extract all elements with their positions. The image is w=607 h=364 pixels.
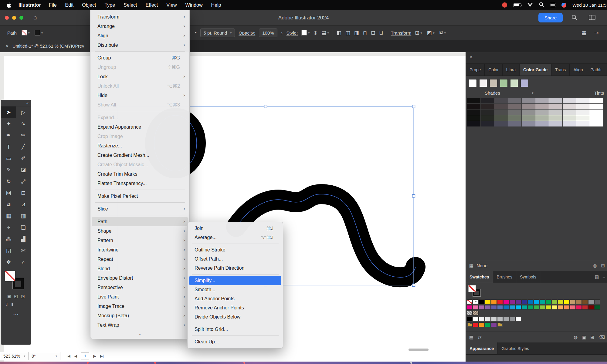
swatch[interactable] xyxy=(491,305,497,310)
color-guide-swatch[interactable] xyxy=(467,110,480,115)
collapse-panel-icon[interactable]: « xyxy=(26,101,29,105)
chevron-down-icon[interactable]: ▾ xyxy=(532,91,534,95)
menu-item[interactable]: Create Trim Marks xyxy=(92,169,188,179)
menu-item[interactable]: Outline Stroke xyxy=(189,245,281,254)
limit-colors-icon[interactable]: ◍ xyxy=(593,263,597,268)
search-icon[interactable] xyxy=(571,15,577,22)
rotation-control[interactable]: 0° ▾ xyxy=(28,352,60,360)
pathfinder-icon[interactable]: ◩ ▾ xyxy=(427,30,435,36)
menu-item[interactable]: Reverse Path Direction xyxy=(189,264,281,273)
swatch[interactable] xyxy=(570,305,576,310)
menu-item[interactable] xyxy=(95,111,185,111)
color-guide-swatch[interactable] xyxy=(576,98,590,103)
menu-item[interactable]: Unlock All ⌥⌘2 xyxy=(92,81,188,91)
color-guide-swatch[interactable] xyxy=(481,104,494,109)
color-guide-swatch[interactable] xyxy=(563,104,576,109)
color-guide-swatch[interactable] xyxy=(535,104,549,109)
swatch[interactable] xyxy=(497,305,503,310)
menu-item[interactable] xyxy=(192,244,279,244)
menu-item[interactable]: Align xyxy=(92,31,188,40)
fill-color-control[interactable]: ▾ xyxy=(22,30,30,35)
swatch[interactable] xyxy=(479,299,485,304)
color-guide-swatch[interactable] xyxy=(494,104,508,109)
menu-item-simplify[interactable]: Simplify... xyxy=(189,276,281,285)
swatch[interactable] xyxy=(473,305,479,310)
workspace-grid-icon[interactable]: ▦ xyxy=(582,30,586,36)
swatch[interactable] xyxy=(485,317,491,321)
type-tool[interactable]: T xyxy=(1,141,16,153)
color-guide-swatch[interactable] xyxy=(508,121,521,126)
swatch[interactable] xyxy=(491,299,497,304)
swatch[interactable] xyxy=(485,322,491,327)
swatch[interactable] xyxy=(467,305,473,310)
color-guide-swatch[interactable] xyxy=(522,98,535,103)
swatch[interactable] xyxy=(521,299,527,304)
swatch[interactable] xyxy=(473,317,479,321)
panel-tab[interactable]: Pathfi xyxy=(587,64,605,76)
swatch[interactable] xyxy=(594,305,600,310)
panel-tab[interactable]: Color Guide xyxy=(520,64,551,76)
swatch[interactable] xyxy=(485,305,491,310)
color-guide-swatch[interactable] xyxy=(576,104,590,109)
eyedropper-tool[interactable]: ⌖ xyxy=(1,222,16,233)
screen-mode-icon[interactable]: ▮ xyxy=(11,302,13,306)
menu-item[interactable]: Make Pixel Perfect xyxy=(92,191,188,201)
eraser-tool[interactable]: ◪ xyxy=(16,164,31,176)
menu-item[interactable]: Show All ⌥⌘3 xyxy=(92,100,188,110)
swatch[interactable] xyxy=(521,305,527,310)
menubar-item[interactable]: File xyxy=(45,0,61,10)
color-guide-swatch[interactable] xyxy=(563,115,576,121)
column-graph-tool[interactable]: ▟ xyxy=(16,233,31,245)
save-color-group-icon[interactable]: ⊞ xyxy=(601,263,605,268)
color-guide-swatch[interactable] xyxy=(535,98,549,103)
swatch[interactable] xyxy=(467,299,473,304)
menu-item[interactable]: Envelope Distort xyxy=(92,273,188,283)
wifi-icon[interactable] xyxy=(527,2,533,8)
transform-link[interactable]: Transform xyxy=(391,30,411,35)
color-guide-swatch[interactable] xyxy=(535,110,549,115)
swatch-libraries-icon[interactable]: ▤ xyxy=(469,335,473,340)
menubar-item[interactable]: View xyxy=(162,0,181,10)
color-guide-base-swatch[interactable] xyxy=(469,79,477,87)
swatch[interactable] xyxy=(564,299,570,304)
color-guide-swatch[interactable] xyxy=(522,110,535,115)
menu-item[interactable] xyxy=(192,335,279,336)
color-guide-swatch[interactable] xyxy=(549,115,562,121)
shape-mode-icon[interactable]: ⊞ ▾ xyxy=(415,30,422,36)
swatch[interactable] xyxy=(552,305,558,310)
delete-swatch-icon[interactable]: ⌫ xyxy=(599,335,605,340)
rectangle-tool[interactable]: ▭ xyxy=(1,153,16,164)
color-guide-swatch[interactable] xyxy=(549,121,562,126)
color-guide-base-swatch[interactable] xyxy=(500,79,508,87)
swatch[interactable] xyxy=(570,299,576,304)
color-guide-swatch[interactable] xyxy=(494,115,508,121)
swatch[interactable] xyxy=(552,299,558,304)
panel-tab[interactable]: Swatches xyxy=(466,271,493,283)
artboard-tool[interactable]: ◱ xyxy=(1,245,16,256)
brush-definition-dropdown[interactable]: 5 pt. Round ▾ xyxy=(200,29,235,37)
free-transform-tool[interactable]: ⊡ xyxy=(16,187,31,199)
swatch[interactable] xyxy=(509,305,515,310)
menu-item[interactable]: Live Paint xyxy=(92,292,188,302)
swatch[interactable] xyxy=(479,322,485,327)
swatch[interactable] xyxy=(527,299,533,304)
align-icon[interactable]: ◫ xyxy=(345,30,350,36)
panel-tab[interactable]: Libra xyxy=(503,64,520,76)
assistant-icon[interactable] xyxy=(561,3,566,8)
align-icon[interactable]: ⊔ xyxy=(379,30,383,36)
color-guide-swatch[interactable] xyxy=(494,98,508,103)
panel-tab[interactable]: Appearance xyxy=(466,342,498,354)
menu-item[interactable]: Ungroup ⇧⌘G xyxy=(92,62,188,72)
dock-strip[interactable] xyxy=(0,362,607,364)
color-guide-swatch[interactable] xyxy=(467,121,480,126)
swatch[interactable] xyxy=(515,305,521,310)
artboard-number[interactable]: 1 xyxy=(81,352,89,359)
color-guide-swatch[interactable] xyxy=(535,121,549,126)
battery-icon[interactable] xyxy=(513,3,521,7)
shape-builder-tool[interactable]: ⧉ xyxy=(1,199,16,210)
color-guide-swatch[interactable] xyxy=(576,121,590,126)
symbol-sprayer-tool[interactable]: ⁂ xyxy=(1,233,16,245)
color-guide-swatch[interactable] xyxy=(535,115,549,121)
direct-selection-tool[interactable]: ▷ xyxy=(16,106,31,118)
swatch[interactable] xyxy=(479,317,485,321)
